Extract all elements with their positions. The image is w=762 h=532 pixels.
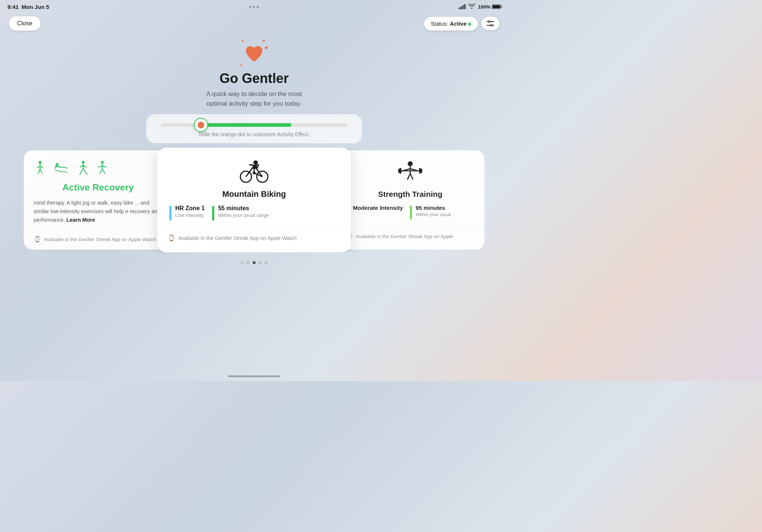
- signal-bar-3: [462, 5, 464, 9]
- stat-text-duration-s: 95 minutes Within your usual: [416, 205, 451, 217]
- stat-text-intensity: Moderate Intensity: [353, 205, 403, 212]
- sparkle-4: ✦: [241, 39, 244, 44]
- center-dot-1: [249, 6, 251, 8]
- svg-line-20: [85, 174, 88, 174]
- card-footer-text-right: Available in the Gentler Streak App on A…: [356, 233, 453, 239]
- sparkle-2: ✦: [263, 44, 269, 52]
- svg-point-10: [56, 163, 59, 166]
- card-description: mind therapy. A light jog or walk, easy …: [34, 199, 163, 224]
- page-dot-2[interactable]: [247, 261, 250, 264]
- stat-label-duration-s: 95 minutes: [416, 205, 451, 211]
- signal-bars: [459, 4, 465, 9]
- cards-row: Active Recovery mind therapy. A light jo…: [0, 148, 508, 252]
- card-footer-left: ⌚ Available in the Gentler Streak App on…: [34, 236, 163, 243]
- page-dot-1[interactable]: [241, 261, 244, 264]
- slider-fill: [198, 123, 291, 127]
- watch-icon: ⌚: [34, 236, 41, 243]
- page-dots: [0, 261, 508, 264]
- svg-point-1: [489, 21, 490, 23]
- hero-title: Go Gentler: [0, 71, 508, 86]
- svg-point-3: [491, 25, 493, 26]
- weightlifter-icon-area: [346, 160, 475, 186]
- svg-line-42: [410, 174, 413, 180]
- watch-icon-center: ⌚: [168, 234, 175, 241]
- stat-sublabel-duration: Within your usual range: [218, 212, 269, 218]
- card-title-mountain-biking: Mountain Biking: [168, 189, 340, 199]
- status-pill: Status: Active: [424, 17, 499, 31]
- svg-point-4: [39, 161, 42, 164]
- status-label: Status:: [431, 20, 448, 27]
- status-bar: 9:41 Mon Jun 5 100%: [0, 0, 508, 13]
- page-dot-3[interactable]: [253, 261, 256, 264]
- svg-rect-47: [400, 168, 401, 174]
- page-dot-4[interactable]: [259, 261, 262, 264]
- learn-more-link[interactable]: Learn More: [67, 217, 95, 223]
- svg-line-8: [38, 169, 40, 173]
- svg-line-26: [102, 169, 105, 173]
- signal-bar-1: [459, 7, 460, 9]
- card-footer-text-left: Available in the Gentler Streak App on A…: [44, 236, 156, 242]
- stat-duration-strength: 95 minutes Within your usual: [410, 205, 451, 219]
- hero-section: ✦ ✦ ✦ ✦ Go Gentler A quick way to decide…: [0, 33, 508, 114]
- skating-icon: [76, 160, 90, 177]
- page-dot-5[interactable]: [265, 261, 268, 264]
- svg-line-9: [40, 169, 42, 173]
- slider-card[interactable]: Slide the orange dot to customize Activi…: [146, 114, 362, 143]
- svg-point-38: [253, 160, 258, 165]
- swimming-icon: [52, 160, 70, 177]
- card-stats-biking: HR Zone 1 Low Intensity 55 minutes Withi…: [168, 205, 340, 221]
- top-bar: Close Status: Active: [0, 13, 508, 33]
- center-dot-3: [257, 6, 259, 8]
- card-title-active-recovery: Active Recovery: [34, 182, 163, 193]
- stat-label-duration: 55 minutes: [218, 205, 269, 212]
- weightlifter-icon: [396, 160, 425, 185]
- stat-sublabel-duration-s: Within your usual: [416, 212, 451, 217]
- card-divider-right: [336, 227, 484, 227]
- svg-point-13: [82, 161, 85, 164]
- card-divider: [24, 230, 172, 230]
- svg-line-24: [102, 166, 106, 167]
- stat-hr-zone: HR Zone 1 Low Intensity: [169, 205, 205, 221]
- slider-thumb-outer: [194, 118, 208, 132]
- stat-label-hr: HR Zone 1: [175, 205, 205, 212]
- close-button[interactable]: Close: [9, 16, 41, 31]
- card-footer-center: ⌚ Available in the Gentler Streak App on…: [168, 234, 340, 241]
- stat-text-duration: 55 minutes Within your usual range: [218, 205, 269, 218]
- battery-icon: [492, 4, 501, 9]
- stat-bar-green: [212, 206, 214, 221]
- hero-icon: ✦ ✦ ✦ ✦: [239, 37, 269, 71]
- sparkle-3: ✦: [239, 63, 242, 67]
- status-time: 9:41: [7, 4, 19, 10]
- status-button[interactable]: Status: Active: [424, 17, 478, 31]
- svg-line-23: [98, 166, 102, 167]
- card-mountain-biking[interactable]: Mountain Biking HR Zone 1 Low Intensity …: [157, 148, 351, 252]
- card-title-strength: Strength Training: [346, 190, 475, 199]
- battery-fill: [493, 5, 500, 8]
- stat-sublabel-hr: Low Intensity: [175, 212, 205, 218]
- svg-line-19: [79, 174, 82, 174]
- svg-rect-49: [419, 168, 421, 174]
- card-footer-text-center: Available in the Gentler Streak App on A…: [178, 235, 297, 241]
- svg-line-17: [80, 169, 83, 173]
- slider-thumb[interactable]: [194, 118, 208, 132]
- heart-icon: [243, 43, 265, 65]
- stat-label-intensity: Moderate Intensity: [353, 205, 403, 211]
- battery: 100%: [478, 4, 501, 10]
- svg-line-41: [407, 174, 410, 180]
- card-strength-training[interactable]: Strength Training Moderate Intensity 95 …: [336, 150, 484, 250]
- filter-button[interactable]: [481, 17, 499, 30]
- slider-track[interactable]: [161, 123, 347, 127]
- sparkle-1: ✦: [262, 38, 266, 44]
- signal-bar-2: [461, 6, 462, 9]
- wifi-icon: [468, 4, 475, 10]
- svg-point-21: [101, 161, 104, 164]
- stat-text-hr: HR Zone 1 Low Intensity: [175, 205, 205, 218]
- walking-icon: [34, 160, 47, 177]
- status-value: Active: [450, 20, 467, 27]
- stat-bar-lightgreen: [410, 205, 412, 219]
- battery-percent: 100%: [478, 4, 490, 10]
- home-indicator: [228, 375, 280, 377]
- stat-duration: 55 minutes Within your usual range: [212, 205, 269, 221]
- signal-bar-4: [464, 4, 465, 9]
- card-active-recovery[interactable]: Active Recovery mind therapy. A light jo…: [24, 150, 172, 250]
